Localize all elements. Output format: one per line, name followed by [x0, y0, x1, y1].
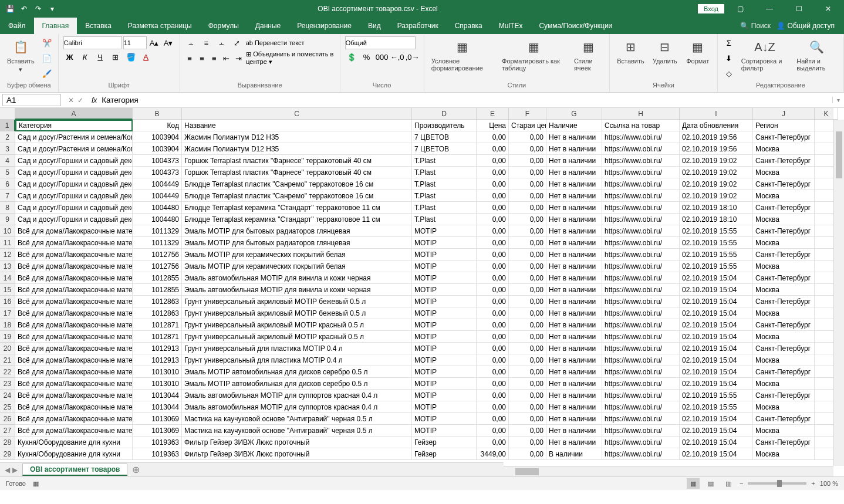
cell[interactable]: Сад и досуг/Растения и семена/Комнатные	[15, 131, 133, 143]
row-header-9[interactable]: 9	[0, 214, 15, 225]
cell[interactable]: 1012855	[133, 284, 182, 296]
cell[interactable]	[815, 190, 833, 202]
cell[interactable]: Нет в наличии	[546, 272, 602, 284]
cell[interactable]: T.Plast	[412, 167, 477, 178]
cell[interactable]	[815, 284, 833, 296]
cell[interactable]: https://www.obi.ru/	[602, 202, 680, 214]
cell[interactable]: 0,00	[509, 448, 546, 460]
cell[interactable]: Нет в наличии	[546, 214, 602, 225]
cell[interactable]: Нет в наличии	[546, 366, 602, 378]
cell[interactable]: 0,00	[477, 401, 509, 413]
redo-icon[interactable]: ↷	[33, 4, 43, 14]
column-header-C[interactable]: C	[182, 108, 412, 120]
cell[interactable]: Всё для дома/Лакокрасочные материалы	[15, 237, 133, 249]
cell[interactable]: 1012756	[133, 249, 182, 261]
copy-icon[interactable]: 📄	[40, 52, 53, 65]
align-right-icon[interactable]: ≡	[209, 52, 219, 65]
cell-styles-button[interactable]: ▦Стили ячеек	[572, 36, 605, 73]
cell[interactable]: MOTIP	[412, 225, 477, 237]
cell[interactable]: 0,00	[477, 425, 509, 437]
cell[interactable]: 02.10.2019 15:55	[680, 401, 753, 413]
cell[interactable]: Горшок Terraplast пластик "Фарнесе" терр…	[182, 155, 412, 167]
cell[interactable]: 02.10.2019 19:02	[680, 167, 753, 178]
cell[interactable]: Нет в наличии	[546, 155, 602, 167]
cell[interactable]: Эмаль MOTIP для керамических покрытий бе…	[182, 249, 412, 261]
cell[interactable]: Наличие	[546, 120, 602, 131]
cell[interactable]: 0,00	[477, 354, 509, 366]
row-header-14[interactable]: 14	[0, 272, 15, 284]
cell[interactable]: 1004373	[133, 167, 182, 178]
cell[interactable]: https://www.obi.ru/	[602, 378, 680, 390]
zoom-out-icon[interactable]: −	[740, 480, 743, 487]
cell[interactable]: 0,00	[477, 307, 509, 319]
cell[interactable]: Эмаль MOTIP автомобильная для дисков сер…	[182, 378, 412, 390]
cell[interactable]: 0,00	[509, 284, 546, 296]
fill-color-icon[interactable]: 🪣	[124, 50, 137, 63]
cell[interactable]	[815, 343, 833, 354]
column-header-G[interactable]: G	[546, 108, 602, 120]
cell[interactable]: 02.10.2019 19:56	[680, 143, 753, 155]
row-header-27[interactable]: 27	[0, 425, 15, 437]
cell[interactable]: Санкт-Петербург	[753, 178, 815, 190]
cell[interactable]: 7 ЦВЕТОВ	[412, 143, 477, 155]
align-middle-icon[interactable]: ≡	[200, 36, 213, 49]
zoom-in-icon[interactable]: +	[811, 480, 815, 487]
cell[interactable]: 02.10.2019 18:10	[680, 202, 753, 214]
cell[interactable]: Санкт-Петербург	[753, 366, 815, 378]
cell[interactable]: 0,00	[509, 237, 546, 249]
cell[interactable]: MOTIP	[412, 272, 477, 284]
cell[interactable]: https://www.obi.ru/	[602, 272, 680, 284]
column-header-K[interactable]: K	[815, 108, 838, 120]
comma-icon[interactable]: 000	[376, 50, 389, 63]
row-header-22[interactable]: 22	[0, 366, 15, 378]
cell[interactable]: Всё для дома/Лакокрасочные материалы	[15, 319, 133, 331]
cell[interactable]	[815, 214, 833, 225]
cell[interactable]: Блюдце Terraplast пластик "Санремо" терр…	[182, 190, 412, 202]
macro-record-icon[interactable]: ▦	[33, 480, 39, 488]
cell[interactable]: Санкт-Петербург	[753, 155, 815, 167]
view-normal-icon[interactable]: ▦	[687, 478, 700, 489]
tab-multex[interactable]: MulTEx	[491, 18, 531, 34]
cell[interactable]	[815, 448, 833, 460]
cell[interactable]: https://www.obi.ru/	[602, 131, 680, 143]
row-header-21[interactable]: 21	[0, 354, 15, 366]
cell[interactable]: Эмаль автомобильная MOTIP для суппортов …	[182, 390, 412, 401]
cell[interactable]: 0,00	[509, 225, 546, 237]
cell[interactable]: Блюдце Terraplast керамика "Стандарт" те…	[182, 202, 412, 214]
cell[interactable]: Нет в наличии	[546, 343, 602, 354]
cell[interactable]: 0,00	[477, 155, 509, 167]
cell[interactable]: 1012871	[133, 331, 182, 343]
clear-icon[interactable]: ◇	[723, 67, 735, 80]
cell[interactable]	[815, 167, 833, 178]
tab-developer[interactable]: Разработчик	[389, 18, 447, 34]
cell[interactable]: Всё для дома/Лакокрасочные материалы	[15, 284, 133, 296]
font-color-icon[interactable]: A	[140, 50, 153, 63]
cell[interactable]: 02.10.2019 15:04	[680, 366, 753, 378]
cell[interactable]: Москва	[753, 378, 815, 390]
cell[interactable]	[815, 390, 833, 401]
ribbon-options-icon[interactable]: ▢	[727, 0, 754, 18]
cell[interactable]: Всё для дома/Лакокрасочные материалы	[15, 343, 133, 354]
cell[interactable]: 0,00	[477, 343, 509, 354]
cell[interactable]: 1011329	[133, 237, 182, 249]
cell[interactable]: 7 ЦВЕТОВ	[412, 131, 477, 143]
cell[interactable]: 0,00	[509, 319, 546, 331]
cell[interactable]: MOTIP	[412, 307, 477, 319]
cell[interactable]: 02.10.2019 19:56	[680, 131, 753, 143]
number-format-select[interactable]	[345, 36, 416, 49]
cell[interactable]: 1004373	[133, 155, 182, 167]
cell[interactable]	[815, 319, 833, 331]
cell[interactable]	[815, 249, 833, 261]
column-header-I[interactable]: I	[680, 108, 753, 120]
cell[interactable]: MOTIP	[412, 390, 477, 401]
cell[interactable]: Эмаль MOTIP для бытовых радиаторов глянц…	[182, 237, 412, 249]
cell[interactable]: T.Plast	[412, 202, 477, 214]
cell[interactable]: https://www.obi.ru/	[602, 190, 680, 202]
cell[interactable]: 02.10.2019 19:02	[680, 190, 753, 202]
cell[interactable]: 0,00	[477, 131, 509, 143]
row-header-24[interactable]: 24	[0, 390, 15, 401]
vertical-scroll-thumb[interactable]	[836, 131, 842, 178]
cell[interactable]: Всё для дома/Лакокрасочные материалы	[15, 366, 133, 378]
align-center-icon[interactable]: ≡	[197, 52, 207, 65]
cell[interactable]: 02.10.2019 19:02	[680, 178, 753, 190]
